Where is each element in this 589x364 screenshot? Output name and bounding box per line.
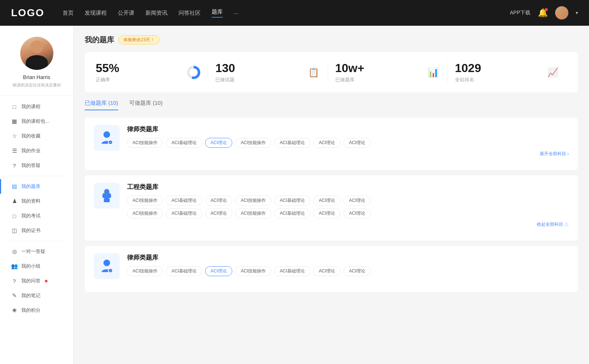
trial-badge: 体验剩余23天！ bbox=[119, 35, 159, 44]
sidebar-item-my-courses[interactable]: □ 我的课程 bbox=[0, 99, 73, 114]
sidebar-item-notes[interactable]: ✎ 我的笔记 bbox=[0, 288, 73, 303]
svg-point-0 bbox=[103, 131, 110, 138]
tag-eng2-aci-theory-2[interactable]: ACI理论 bbox=[313, 208, 341, 218]
notification-bell[interactable]: 🔔 bbox=[538, 8, 548, 18]
tag-eng-aci-skill-2[interactable]: ACI技能操作 bbox=[235, 196, 271, 206]
sidebar-username: Brian Harris bbox=[23, 74, 50, 80]
my-qa-icon: ? bbox=[11, 278, 18, 284]
nav-link-more[interactable]: ··· bbox=[234, 10, 239, 16]
stat-banks-done-label: 已做题库 bbox=[335, 76, 421, 83]
tab-available-banks[interactable]: 可做题库 (10) bbox=[129, 100, 163, 110]
engineer-svg bbox=[99, 188, 115, 204]
sidebar-item-materials[interactable]: ♟ 我的资料 bbox=[0, 194, 73, 208]
sidebar-item-groups[interactable]: 👥 我的小组 bbox=[0, 259, 73, 274]
tag-eng2-aci-skill-2[interactable]: ACI技能操作 bbox=[235, 208, 271, 218]
sidebar-item-label: 我的作业 bbox=[21, 147, 40, 154]
tag3-aci-basic-2[interactable]: ACI基础理论 bbox=[274, 266, 310, 276]
nav-link-qbank[interactable]: 题库 bbox=[212, 8, 223, 18]
tag-aci-basic-1[interactable]: ACI基础理论 bbox=[166, 138, 202, 148]
page-title: 我的题库 bbox=[85, 35, 114, 45]
sidebar-item-favorites[interactable]: ☆ 我的收藏 bbox=[0, 129, 73, 143]
sidebar-item-points[interactable]: ❀ 我的积分 bbox=[0, 303, 73, 318]
tag-eng2-aci-theory-3[interactable]: ACI理论 bbox=[343, 208, 371, 218]
sidebar-item-label: 我的答疑 bbox=[21, 162, 40, 169]
materials-icon: ♟ bbox=[11, 198, 18, 204]
tag-eng-aci-basic-1[interactable]: ACI基础理论 bbox=[166, 196, 202, 206]
app-download-link[interactable]: APP下载 bbox=[510, 10, 530, 16]
nav-link-home[interactable]: 首页 bbox=[63, 10, 74, 17]
nav-logo[interactable]: LOGO bbox=[11, 7, 44, 19]
nav-link-open[interactable]: 公开课 bbox=[118, 10, 134, 17]
nav-link-qa[interactable]: 问答社区 bbox=[179, 10, 201, 17]
stats-section: 55% 正确率 130 已做试题 📋 10w+ 已做题库 bbox=[85, 52, 578, 92]
sidebar-item-label: 我的收藏 bbox=[21, 133, 40, 139]
sidebar-item-label: 我的积分 bbox=[21, 307, 40, 314]
nav-link-news[interactable]: 新闻资讯 bbox=[145, 10, 167, 17]
sidebar-avatar bbox=[20, 37, 53, 70]
sidebar-item-course-packages[interactable]: ▦ 我的课程包... bbox=[0, 114, 73, 129]
stat-accuracy: 55% 正确率 bbox=[96, 61, 208, 83]
tag3-aci-theory-2[interactable]: ACI理论 bbox=[313, 266, 341, 276]
user-menu-chevron[interactable]: ▾ bbox=[576, 10, 578, 15]
tag3-aci-basic-1[interactable]: ACI基础理论 bbox=[166, 266, 202, 276]
qa-icon: ? bbox=[11, 163, 18, 169]
tag3-aci-theory-3[interactable]: ACI理论 bbox=[343, 266, 371, 276]
page-container: Brian Harris 错误的决定比没有决定要好 □ 我的课程 ▦ 我的课程包… bbox=[0, 26, 589, 364]
qbank-tags-row-2: ACI技能操作 ACI基础理论 ACI理论 ACI技能操作 ACI基础理论 AC… bbox=[127, 208, 569, 218]
qbank-card-header: ✓ 律师类题库 ACI技能操作 ACI基础理论 ACI理论 ACI技能操作 AC… bbox=[94, 125, 569, 157]
tag-eng-aci-theory-3[interactable]: ACI理论 bbox=[343, 196, 371, 206]
stat-banks-done: 10w+ 已做题库 📊 bbox=[328, 61, 448, 83]
stat-questions-done-value: 130 bbox=[215, 61, 301, 75]
points-icon: ❀ bbox=[11, 307, 18, 314]
star-icon: ☆ bbox=[11, 133, 18, 139]
tag-eng-aci-theory-2[interactable]: ACI理论 bbox=[313, 196, 341, 206]
qbank-expand-link[interactable]: 展开全部科目 › bbox=[127, 151, 569, 157]
sidebar-item-label: 我的证书 bbox=[21, 227, 40, 234]
tag3-aci-theory-1[interactable]: ACI理论 bbox=[205, 266, 232, 276]
sidebar-item-label: 我的题库 bbox=[21, 183, 40, 190]
stat-ranking-value: 1029 bbox=[455, 61, 541, 75]
avatar-image bbox=[20, 37, 53, 70]
exam-icon: □ bbox=[11, 213, 18, 219]
svg-text:✓: ✓ bbox=[109, 141, 112, 144]
notification-dot bbox=[545, 8, 548, 11]
tag-eng2-aci-basic-1[interactable]: ACI基础理论 bbox=[166, 208, 202, 218]
svg-point-6 bbox=[103, 260, 110, 266]
tag-eng2-aci-basic-2[interactable]: ACI基础理论 bbox=[274, 208, 310, 218]
sidebar-item-qa[interactable]: ? 我的答疑 bbox=[0, 158, 73, 173]
package-icon: ▦ bbox=[11, 118, 18, 125]
qa-notification-dot bbox=[45, 280, 47, 282]
sidebar-item-exams[interactable]: □ 我的考试 bbox=[0, 208, 73, 223]
nav-link-discover[interactable]: 发现课程 bbox=[85, 10, 107, 17]
sidebar-item-qbank[interactable]: ▤ 我的题库 bbox=[0, 179, 73, 194]
sidebar-item-homework[interactable]: ☰ 我的作业 bbox=[0, 143, 73, 158]
tab-done-banks[interactable]: 已做题库 (10) bbox=[85, 100, 118, 110]
tag-aci-theory-2[interactable]: ACI理论 bbox=[313, 138, 341, 148]
tag3-aci-skill-1[interactable]: ACI技能操作 bbox=[127, 266, 163, 276]
qbank-tags: ACI技能操作 ACI基础理论 ACI理论 ACI技能操作 ACI基础理论 AC… bbox=[127, 196, 569, 206]
qbank-tags-row-1: ACI技能操作 ACI基础理论 ACI理论 ACI技能操作 ACI基础理论 AC… bbox=[127, 196, 569, 206]
qbank-title: 工程类题库 bbox=[127, 183, 569, 191]
sidebar-item-label: 我的小组 bbox=[21, 263, 40, 270]
tag-eng-aci-theory-1[interactable]: ACI理论 bbox=[205, 196, 232, 206]
tag-eng2-aci-skill-1[interactable]: ACI技能操作 bbox=[127, 208, 163, 218]
tag3-aci-skill-2[interactable]: ACI技能操作 bbox=[235, 266, 271, 276]
cert-icon: ◫ bbox=[11, 227, 18, 234]
tag-aci-skill-1[interactable]: ACI技能操作 bbox=[127, 138, 163, 148]
tag-eng2-aci-theory-1[interactable]: ACI理论 bbox=[205, 208, 232, 218]
homework-icon: ☰ bbox=[11, 147, 18, 154]
tag-eng-aci-basic-2[interactable]: ACI基础理论 bbox=[274, 196, 310, 206]
sidebar-item-one-on-one[interactable]: ◎ 一对一答疑 bbox=[0, 244, 73, 259]
sidebar-item-my-qa[interactable]: ? 我的问答 bbox=[0, 274, 73, 288]
user-avatar[interactable] bbox=[555, 6, 568, 19]
navbar: LOGO 首页 发现课程 公开课 新闻资讯 问答社区 题库 ··· APP下载 … bbox=[0, 0, 589, 26]
sidebar-item-certificates[interactable]: ◫ 我的证书 bbox=[0, 223, 73, 238]
tag-aci-theory-1[interactable]: ACI理论 bbox=[205, 138, 232, 148]
qbank-collapse-link[interactable]: 收起全部科目 △ bbox=[127, 221, 569, 228]
tag-eng-aci-skill-1[interactable]: ACI技能操作 bbox=[127, 196, 163, 206]
tag-aci-basic-2[interactable]: ACI基础理论 bbox=[274, 138, 310, 148]
tag-aci-skill-2[interactable]: ACI技能操作 bbox=[235, 138, 271, 148]
stat-ranking-values: 1029 全站排名 bbox=[455, 61, 541, 83]
tag-aci-theory-3[interactable]: ACI理论 bbox=[343, 138, 371, 148]
qbank-icon: ▤ bbox=[11, 183, 18, 190]
